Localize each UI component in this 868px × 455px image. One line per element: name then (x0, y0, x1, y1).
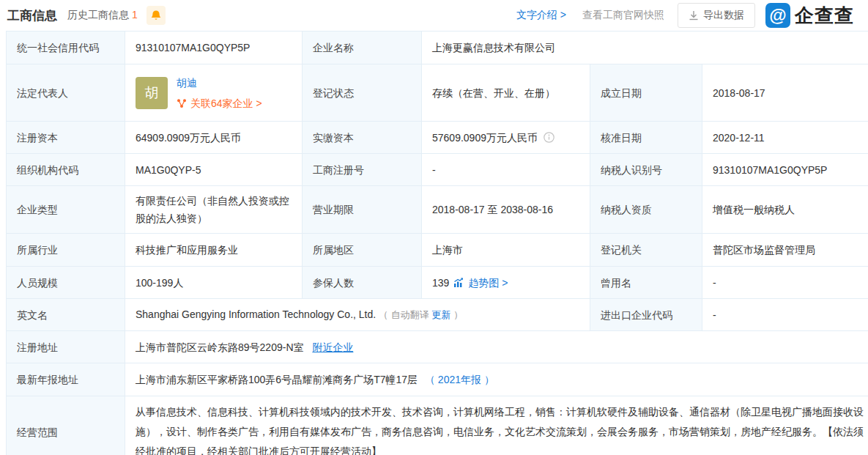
label-paid-capital: 实缴资本 (303, 122, 422, 154)
value-business-term: 2018-08-17 至 2038-08-16 (422, 186, 590, 234)
history-info-count: 1 (132, 9, 138, 21)
info-icon[interactable] (544, 132, 554, 143)
legal-rep-avatar[interactable]: 胡 (136, 77, 168, 109)
label-region: 所属地区 (303, 234, 422, 267)
related-companies-label: 关联64家企业 > (190, 95, 262, 112)
label-business-scope: 经营范围 (7, 396, 125, 455)
label-industry: 所属行业 (7, 234, 125, 267)
label-business-reg-no: 工商注册号 (303, 154, 422, 186)
download-icon (689, 10, 699, 21)
english-name-text: Shanghai Gengying Information Technology… (136, 308, 376, 320)
value-approval-date: 2020-12-11 (702, 122, 868, 154)
section-header: 工商信息 历史工商信息1 文字介绍 > 查看工商官网快照 导出数据 @ 企查查 (0, 0, 868, 31)
label-company-name: 企业名称 (303, 32, 422, 64)
label-company-type: 企业类型 (7, 186, 125, 234)
notification-bell-button[interactable] (146, 6, 166, 25)
business-info-table: 统一社会信用代码 91310107MA1G0QYP5P 企业名称 上海更赢信息技… (6, 31, 868, 455)
annual-report-link[interactable]: （ 2021年报 ） (425, 374, 494, 385)
label-taxpayer-id: 纳税人识别号 (590, 154, 702, 186)
value-taxpayer-id: 91310107MA1G0QYP5P (702, 154, 868, 186)
table-row: 组织机构代码 MA1G0QYP-5 工商注册号 - 纳税人识别号 9131010… (7, 154, 868, 186)
related-companies-link[interactable]: 关联64家企业 > (177, 95, 262, 112)
value-reg-status: 存续（在营、开业、在册） (422, 64, 590, 122)
table-row: 英文名 Shanghai Gengying Information Techno… (7, 299, 868, 331)
insured-number: 139 (432, 274, 449, 292)
value-business-reg-no: - (422, 154, 590, 186)
business-info-panel: 工商信息 历史工商信息1 文字介绍 > 查看工商官网快照 导出数据 @ 企查查 (0, 0, 868, 455)
value-legal-rep: 胡 胡迪 关联64家企业 > (125, 64, 303, 122)
history-info-label: 历史工商信息 (67, 9, 129, 21)
table-row: 注册地址 上海市普陀区云岭东路89号2209-N室 附近企业 (7, 331, 868, 363)
value-establish-date: 2018-08-17 (702, 64, 868, 122)
label-business-term: 营业期限 (303, 186, 422, 234)
history-info-link[interactable]: 历史工商信息1 (67, 9, 138, 22)
value-annual-report-address: 上海市浦东新区平家桥路100弄6号晶耀前滩商务广场T7幢17层 （ 2021年报… (125, 363, 868, 396)
nearby-companies-link[interactable]: 附近企业 (312, 341, 353, 353)
value-credit-code: 91310107MA1G0QYP5P (125, 32, 303, 64)
bell-icon (151, 10, 161, 21)
table-row: 人员规模 100-199人 参保人数 139 趋势图 > 曾用名 - (7, 267, 868, 299)
label-reg-status: 登记状态 (303, 64, 422, 122)
value-english-name: Shanghai Gengying Information Technology… (125, 299, 590, 331)
label-former-name: 曾用名 (590, 267, 702, 299)
legal-rep-name-link[interactable]: 胡迪 (177, 74, 262, 92)
value-paid-capital: 57609.0909万元人民币 (422, 122, 590, 154)
label-import-export-code: 进出口企业代码 (590, 299, 702, 331)
label-taxpayer-qualification: 纳税人资质 (590, 186, 702, 234)
paid-capital-text: 57609.0909万元人民币 (432, 132, 538, 144)
value-registration-authority: 普陀区市场监督管理局 (702, 234, 868, 267)
annual-report-address-text: 上海市浦东新区平家桥路100弄6号晶耀前滩商务广场T7幢17层 (136, 374, 418, 385)
label-establish-date: 成立日期 (590, 64, 702, 122)
label-registered-capital: 注册资本 (7, 122, 125, 154)
label-registration-authority: 登记机关 (590, 234, 702, 267)
value-registered-address: 上海市普陀区云岭东路89号2209-N室 附近企业 (125, 331, 868, 363)
auto-translate-open: （ 自动翻译 (379, 309, 429, 320)
value-business-scope: 从事信息技术、信息科技、计算机科技领域内的技术开发、技术咨询，计算机网络工程，销… (125, 396, 868, 455)
value-industry: 科技推广和应用服务业 (125, 234, 303, 267)
table-row: 法定代表人 胡 胡迪 关联64家企业 > (7, 64, 868, 122)
table-row: 企业类型 有限责任公司（非自然人投资或控股的法人独资） 营业期限 2018-08… (7, 186, 868, 234)
trend-chart-link[interactable]: 趋势图 > (468, 274, 508, 292)
label-org-code: 组织机构代码 (7, 154, 125, 186)
table-row: 统一社会信用代码 91310107MA1G0QYP5P 企业名称 上海更赢信息技… (7, 32, 868, 64)
value-former-name: - (702, 267, 868, 299)
text-intro-link[interactable]: 文字介绍 > (516, 9, 566, 22)
value-company-type: 有限责任公司（非自然人投资或控股的法人独资） (125, 186, 303, 234)
trend-chart-icon (453, 278, 464, 288)
export-data-button[interactable]: 导出数据 (678, 3, 755, 28)
label-registered-address: 注册地址 (7, 331, 125, 363)
header-actions: 文字介绍 > 查看工商官网快照 导出数据 @ 企查查 (516, 0, 868, 31)
official-snapshot-link[interactable]: 查看工商官网快照 (582, 9, 664, 22)
qichacha-logo-icon: @ (765, 3, 790, 28)
value-staff-size: 100-199人 (125, 267, 303, 299)
value-company-name: 上海更赢信息技术有限公司 (422, 32, 868, 64)
value-registered-capital: 64909.0909万元人民币 (125, 122, 303, 154)
value-org-code: MA1G0QYP-5 (125, 154, 303, 186)
label-annual-report-address: 最新年报地址 (7, 363, 125, 396)
value-import-export-code: - (702, 299, 868, 331)
qichacha-logo-text: 企查查 (795, 3, 854, 29)
qichacha-logo: @ 企查查 (765, 3, 868, 29)
association-icon (177, 98, 187, 108)
label-english-name: 英文名 (7, 299, 125, 331)
value-region: 上海市 (422, 234, 590, 267)
label-staff-size: 人员规模 (7, 267, 125, 299)
table-row: 最新年报地址 上海市浦东新区平家桥路100弄6号晶耀前滩商务广场T7幢17层 （… (7, 363, 868, 396)
value-insured-count: 139 趋势图 > (422, 267, 590, 299)
label-insured-count: 参保人数 (303, 267, 422, 299)
label-legal-rep: 法定代表人 (7, 64, 125, 122)
export-data-label: 导出数据 (703, 9, 744, 22)
auto-translate-note: （ 自动翻译 更新 ） (379, 309, 463, 320)
auto-translate-close: ） (453, 309, 463, 320)
registered-address-text: 上海市普陀区云岭东路89号2209-N室 (136, 341, 304, 353)
label-credit-code: 统一社会信用代码 (7, 32, 125, 64)
translate-update-link[interactable]: 更新 (431, 309, 450, 320)
table-row: 所属行业 科技推广和应用服务业 所属地区 上海市 登记机关 普陀区市场监督管理局 (7, 234, 868, 267)
table-row: 经营范围 从事信息技术、信息科技、计算机科技领域内的技术开发、技术咨询，计算机网… (7, 396, 868, 455)
value-taxpayer-qualification: 增值税一般纳税人 (702, 186, 868, 234)
label-approval-date: 核准日期 (590, 122, 702, 154)
table-row: 注册资本 64909.0909万元人民币 实缴资本 57609.0909万元人民… (7, 122, 868, 154)
page-title: 工商信息 (7, 7, 57, 24)
